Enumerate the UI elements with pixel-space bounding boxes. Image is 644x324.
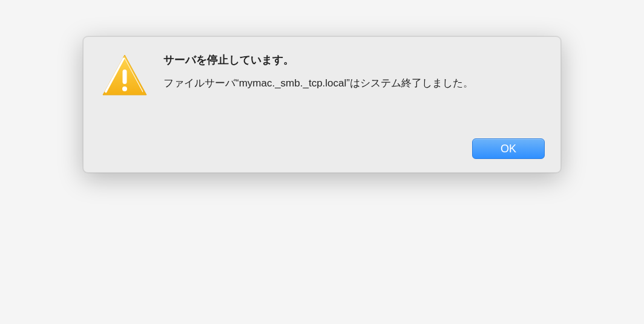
dialog-body: サーバを停止しています。 ファイルサーバ“mymac._smb._tcp.loc… xyxy=(99,51,545,102)
alert-dialog: サーバを停止しています。 ファイルサーバ“mymac._smb._tcp.loc… xyxy=(83,36,561,173)
dialog-title: サーバを停止しています。 xyxy=(163,53,545,67)
svg-point-1 xyxy=(122,86,127,91)
button-row: OK xyxy=(99,138,545,159)
dialog-message: ファイルサーバ“mymac._smb._tcp.local”はシステム終了しまし… xyxy=(163,76,545,91)
svg-rect-0 xyxy=(123,70,127,84)
dialog-content: サーバを停止しています。 ファイルサーバ“mymac._smb._tcp.loc… xyxy=(163,51,545,91)
ok-button[interactable]: OK xyxy=(472,138,545,159)
warning-icon xyxy=(99,51,150,102)
